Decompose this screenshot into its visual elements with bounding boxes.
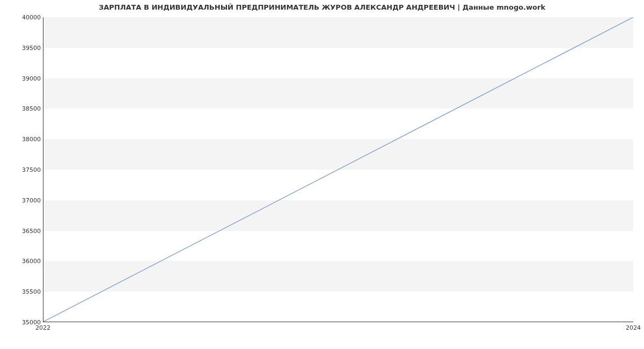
y-tick-label: 38500 [9, 105, 41, 112]
y-tick-label: 38000 [9, 136, 41, 143]
y-tick-label: 40000 [9, 14, 41, 21]
plot-area [43, 17, 633, 322]
data-line [43, 17, 633, 322]
chart-title: ЗАРПЛАТА В ИНДИВИДУАЛЬНЫЙ ПРЕДПРИНИМАТЕЛ… [0, 3, 644, 11]
x-tick-label: 2022 [35, 324, 50, 331]
y-tick-label: 39500 [9, 44, 41, 51]
x-tick-label: 2024 [626, 324, 641, 331]
chart-container: ЗАРПЛАТА В ИНДИВИДУАЛЬНЫЙ ПРЕДПРИНИМАТЕЛ… [0, 0, 644, 349]
y-tick-label: 37000 [9, 197, 41, 203]
y-tick-label: 36000 [9, 258, 41, 265]
y-tick-label: 39000 [9, 75, 41, 82]
y-tick-label: 35500 [9, 288, 41, 295]
y-tick-label: 36500 [9, 227, 41, 234]
y-tick-label: 37500 [9, 166, 41, 173]
